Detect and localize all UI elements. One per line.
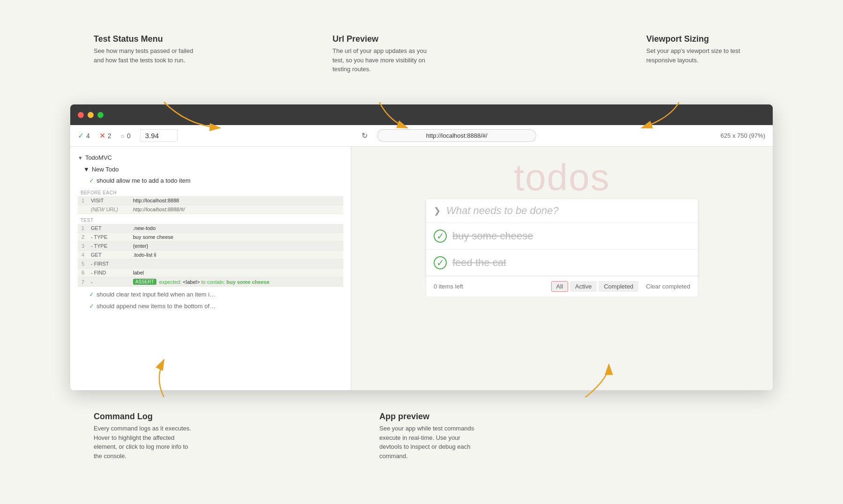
active-test[interactable]: ✓ should allow me to add a todo item <box>70 175 351 186</box>
todo-input-placeholder[interactable]: What needs to be done? <box>446 205 559 217</box>
passed-count: 4 <box>86 132 90 140</box>
app-preview: todos ❯ What needs to be done? ✓ buy som… <box>351 147 773 390</box>
tree-suite[interactable]: ▼ TodoMVC <box>70 151 351 164</box>
annotation-command-log: Command Log Every command logs as it exe… <box>94 412 197 460</box>
cmd-num: 6 <box>81 270 91 275</box>
cmd-row[interactable]: 1 VISIT http://localhost:8888 <box>78 196 343 205</box>
passed-status: ✓ 4 <box>78 131 90 140</box>
cmd-num: 7 <box>81 279 91 285</box>
test-item-other[interactable]: ✓ should append new items to the bottom … <box>70 300 351 312</box>
assert-text: expected: <label> to contain: buy some c… <box>159 279 269 285</box>
items-left-count: 0 items left <box>434 283 544 290</box>
annotation-title: Test Status Menu <box>94 34 197 44</box>
tree-group[interactable]: ▼ New Todo <box>70 164 351 175</box>
annotation-test-status: Test Status Menu See how many tests pass… <box>94 34 197 65</box>
cmd-num: 1 <box>81 225 91 231</box>
todo-text: buy some cheese <box>452 230 533 242</box>
cmd-value: buy some cheese <box>133 234 173 240</box>
annotation-title: Viewport Sizing <box>646 34 749 44</box>
failed-status: ✕ 2 <box>99 131 111 140</box>
assert-row[interactable]: 7 - ASSERT expected: <label> to contain:… <box>78 277 343 287</box>
check-icon: ✓ <box>89 303 94 310</box>
main-content: ▼ TodoMVC ▼ New Todo ✓ should allow me t… <box>70 147 773 390</box>
todos-app: todos ❯ What needs to be done? ✓ buy som… <box>426 147 698 296</box>
cmd-type: - FIRST <box>91 261 133 267</box>
test-label: should allow me to add a todo item <box>96 177 191 184</box>
cmd-row[interactable]: (NEW URL) http://localhost:8888/#/ <box>78 205 343 214</box>
todo-check-icon[interactable]: ✓ <box>434 230 447 243</box>
filter-completed[interactable]: Completed <box>599 281 638 292</box>
cmd-num: 2 <box>81 234 91 240</box>
cmd-type: - FIND <box>91 270 133 275</box>
test-item-other[interactable]: ✓ should clear text input field when an … <box>70 289 351 300</box>
filter-buttons: All Active Completed <box>551 281 639 292</box>
command-panel: ▼ TodoMVC ▼ New Todo ✓ should allow me t… <box>70 147 351 390</box>
todos-input-row: ❯ What needs to be done? <box>426 199 698 223</box>
cmd-value: {enter} <box>133 243 148 249</box>
todo-text: feed the cat <box>452 257 506 269</box>
pending-count: 0 <box>127 132 131 140</box>
test-label: should append new items to the bottom of… <box>96 303 215 310</box>
annotation-desc: The url of your app updates as you test,… <box>333 46 436 74</box>
circle-icon: ○ <box>121 132 125 140</box>
cmd-type: (NEW URL) <box>91 207 133 212</box>
pending-status: ○ 0 <box>121 132 131 140</box>
filter-all[interactable]: All <box>551 281 568 292</box>
cmd-num: 5 <box>81 261 91 267</box>
annotation-desc: See your app while test commands execute… <box>379 424 482 460</box>
cmd-value: http://localhost:8888 <box>133 198 179 203</box>
test-label: should clear text input field when an it… <box>96 291 215 298</box>
todo-item: ✓ feed the cat <box>426 250 698 276</box>
traffic-light-green[interactable] <box>97 112 104 118</box>
cmd-row[interactable]: 1 GET .new-todo <box>78 224 343 233</box>
traffic-light-red[interactable] <box>78 112 84 118</box>
annotation-url-preview: Url Preview The url of your app updates … <box>333 34 436 74</box>
arrow-icon: ▼ <box>78 155 83 161</box>
todo-check-icon[interactable]: ✓ <box>434 256 447 269</box>
test-tree: ▼ TodoMVC ▼ New Todo ✓ should allow me t… <box>70 147 351 317</box>
title-bar <box>70 104 773 125</box>
clear-completed-button[interactable]: Clear completed <box>646 283 690 290</box>
cmd-value: .new-todo <box>133 225 155 231</box>
test-cmds-block: TEST 1 GET .new-todo 2 - TYPE buy some c… <box>78 216 343 287</box>
cmd-row[interactable]: 4 GET .todo-list li <box>78 251 343 259</box>
cmd-num: 4 <box>81 252 91 258</box>
annotation-desc: See how many tests passed or failed and … <box>94 46 197 65</box>
cmd-row[interactable]: 2 - TYPE buy some cheese <box>78 233 343 242</box>
viewport-size: 625 x 750 (97%) <box>721 132 765 139</box>
browser-window: ✓ 4 ✕ 2 ○ 0 3.94 ↻ http://localhost:8888… <box>70 104 773 390</box>
todos-title: todos <box>426 156 698 199</box>
annotation-title: Url Preview <box>333 34 436 44</box>
test-time: 3.94 <box>140 129 177 142</box>
cmd-type: GET <box>91 225 133 231</box>
cmd-row[interactable]: 3 - TYPE {enter} <box>78 242 343 251</box>
traffic-light-yellow[interactable] <box>88 112 94 118</box>
assert-badge: ASSERT <box>133 279 156 285</box>
cmd-type: - <box>91 279 133 285</box>
annotation-title: Command Log <box>94 412 197 422</box>
check-icon: ✓ <box>78 131 84 140</box>
refresh-button[interactable]: ↻ <box>362 131 368 140</box>
annotation-desc: Every command logs as it executes. Hover… <box>94 424 197 460</box>
status-bar: ✓ 4 ✕ 2 ○ 0 3.94 ↻ http://localhost:8888… <box>70 125 773 147</box>
before-each-label: BEFORE EACH <box>78 188 343 196</box>
x-icon: ✕ <box>99 131 105 140</box>
cmd-value: label <box>133 270 144 275</box>
chevron-icon: ❯ <box>434 206 441 216</box>
cmd-value: http://localhost:8888/#/ <box>133 207 185 212</box>
assert-highlight: buy some cheese <box>227 279 270 285</box>
cmd-row[interactable]: 5 - FIRST <box>78 259 343 268</box>
cmd-row[interactable]: 6 - FIND label <box>78 268 343 277</box>
cmd-num: 1 <box>81 198 91 203</box>
cmd-type: - TYPE <box>91 243 133 249</box>
cmd-value: .todo-list li <box>133 252 156 258</box>
cmd-num: 3 <box>81 243 91 249</box>
group-label: New Todo <box>92 166 119 173</box>
filter-active[interactable]: Active <box>570 281 597 292</box>
cmd-type: VISIT <box>91 198 133 203</box>
cmd-type: - TYPE <box>91 234 133 240</box>
todos-input-section: ❯ What needs to be done? ✓ buy some chee… <box>426 199 698 276</box>
url-bar[interactable]: http://localhost:8888/#/ <box>377 129 536 142</box>
cmd-type: GET <box>91 252 133 258</box>
arrow-icon: ▼ <box>83 166 89 173</box>
